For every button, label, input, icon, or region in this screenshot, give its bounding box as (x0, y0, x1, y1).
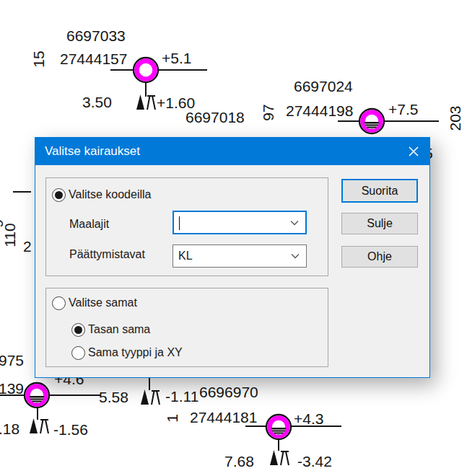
label-paattymistavat: Päättymistavat (69, 248, 145, 261)
borehole-symbol-open[interactable] (128, 53, 163, 87)
radio-tasan-sama[interactable] (71, 323, 85, 337)
radio-label-tasan-sama: Tasan sama (88, 323, 150, 336)
map-label-northing: 6697018 (186, 110, 245, 125)
radio-valitse-samat[interactable] (52, 296, 66, 310)
termination-symbol (26, 416, 52, 435)
dialog-title: Valitse kairaukset (45, 138, 140, 165)
map-label-elevation: +4.3 (294, 411, 323, 427)
map-label-rotated: 110 (2, 223, 18, 247)
map-label-northing: 975 (0, 353, 24, 369)
map-label-depth: 7.68 (224, 454, 254, 470)
chevron-down-icon[interactable] (291, 253, 300, 259)
map-label-elevation: +7.5 (388, 102, 418, 118)
map-label-depth: 5.58 (99, 389, 128, 405)
borehole-symbol-hatched[interactable] (354, 104, 389, 138)
app-canvas: 6697033 15 27444157 +5.1 3.50 +1.60 6697… (0, 0, 467, 476)
map-label-depth: 3.50 (82, 94, 112, 110)
survey-line (13, 191, 31, 193)
map-label-clipped: 2 (23, 239, 32, 255)
map-label-rotated: 1 (165, 414, 180, 423)
dialog-titlebar: Valitse kairaukset (35, 138, 429, 165)
combobox-paattymistavat[interactable]: KL (173, 244, 307, 268)
termination-symbol (137, 387, 163, 406)
borehole-symbol-hatched[interactable] (261, 410, 296, 444)
combobox-paattymistavat-value: KL (178, 250, 193, 263)
radio-label-valitse-koodeilla: Valitse koodeilla (69, 188, 151, 201)
map-label-easting: 27444157 (60, 51, 127, 67)
map-label-northing: 6696970 (199, 384, 258, 400)
text-cursor (179, 216, 180, 230)
map-label-rotated: 97 (261, 104, 276, 120)
close-icon (409, 146, 419, 157)
map-label-easting: 27444198 (286, 103, 353, 119)
termination-symbol (133, 92, 159, 111)
termination-symbol (266, 448, 292, 467)
map-label-elevation: +5.1 (162, 50, 191, 66)
sulje-button[interactable]: Sulje (341, 213, 418, 234)
radio-sama-tyyppi-ja-xy[interactable] (71, 346, 85, 360)
radio-label-valitse-samat: Valitse samat (69, 296, 137, 309)
map-label-easting: 27444181 (190, 410, 257, 426)
combobox-maalajit[interactable] (173, 211, 307, 234)
suorita-button[interactable]: Suorita (341, 179, 418, 203)
map-label-rotated: 203 (448, 106, 463, 131)
dialog-valitse-kairaukset: Valitse kairaukset Valitse koodeilla Maa… (35, 137, 430, 378)
map-label-end-elevation: -1.56 (53, 422, 88, 438)
radio-valitse-koodeilla[interactable] (52, 188, 66, 202)
chevron-down-icon[interactable] (290, 220, 299, 226)
map-label-depth: .18 (0, 421, 19, 437)
ohje-button[interactable]: Ohje (341, 246, 418, 268)
borehole-symbol-hatched[interactable] (19, 378, 54, 413)
map-label-end-elevation: -1.11 (165, 389, 198, 405)
map-label-rotated: 15 (31, 50, 47, 67)
close-button[interactable] (397, 138, 429, 165)
label-maalajit: Maalajit (69, 218, 109, 231)
map-label-northing: 6697024 (294, 79, 353, 94)
map-label-northing: 6697033 (66, 28, 126, 44)
map-label-end-elevation: -3.42 (297, 454, 332, 470)
radio-label-sama-tyyppi-ja-xy: Sama tyyppi ja XY (88, 346, 183, 359)
